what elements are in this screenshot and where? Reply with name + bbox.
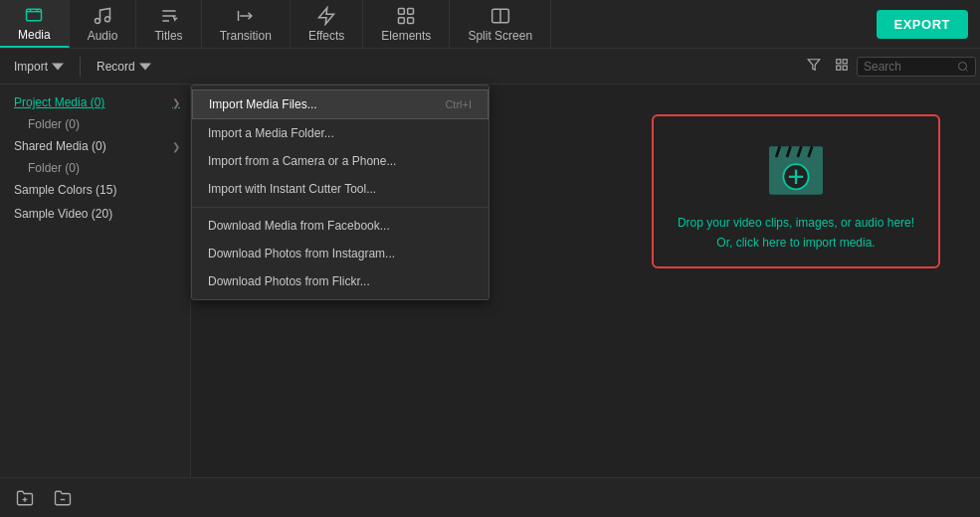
svg-rect-15 [837, 66, 841, 70]
dropdown-item-flickr[interactable]: Download Photos from Flickr... [192, 267, 489, 295]
svg-rect-7 [408, 17, 414, 23]
main-content: Project Media (0) ❯ Folder (0) Shared Me… [0, 85, 980, 477]
svg-rect-5 [408, 8, 414, 14]
svg-rect-16 [843, 66, 847, 70]
svg-marker-10 [52, 63, 64, 70]
import-area: Import Media Files... Ctrl+I Import a Me… [191, 85, 980, 477]
nav-titles[interactable]: Titles [136, 0, 201, 48]
export-button[interactable]: EXPORT [877, 10, 968, 39]
nav-effects[interactable]: Effects [291, 0, 363, 48]
svg-rect-13 [837, 60, 841, 64]
grid-view-button[interactable] [829, 54, 855, 79]
svg-marker-3 [319, 7, 334, 24]
svg-rect-4 [399, 8, 405, 14]
nav-transition[interactable]: Transition [202, 0, 291, 48]
sidebar-item-shared-media[interactable]: Shared Media (0) ❯ [0, 134, 190, 158]
dropdown-item-import-folder[interactable]: Import a Media Folder... [192, 119, 489, 147]
delete-folder-button[interactable] [48, 485, 78, 511]
nav-elements[interactable]: Elements [363, 0, 450, 48]
drop-zone-text: Drop your video clips, images, or audio … [678, 214, 914, 252]
chevron-right-icon: ❯ [172, 141, 180, 152]
svg-marker-11 [139, 63, 151, 70]
search-box [857, 57, 976, 77]
chevron-down-icon: ❯ [172, 97, 180, 108]
svg-point-2 [105, 16, 110, 21]
dropdown-item-facebook[interactable]: Download Media from Facebook... [192, 212, 489, 240]
nav-splitscreen[interactable]: Split Screen [450, 0, 551, 48]
search-input[interactable] [864, 60, 953, 74]
svg-rect-0 [27, 9, 42, 21]
add-folder-button[interactable] [10, 485, 40, 511]
nav-media[interactable]: Media [0, 0, 70, 48]
sidebar: Project Media (0) ❯ Folder (0) Shared Me… [0, 85, 191, 477]
svg-rect-14 [843, 60, 847, 64]
sidebar-item-folder-1[interactable]: Folder (0) [0, 158, 190, 178]
import-dropdown-menu: Import Media Files... Ctrl+I Import a Me… [191, 85, 490, 300]
svg-point-17 [959, 62, 967, 70]
svg-marker-12 [808, 60, 820, 71]
drop-zone[interactable]: Drop your video clips, images, or audio … [652, 114, 940, 268]
svg-rect-6 [399, 17, 405, 23]
toolbar-divider-1 [80, 57, 81, 77]
search-icon [957, 61, 969, 73]
import-button[interactable]: Import [4, 56, 74, 78]
sidebar-item-sample-video[interactable]: Sample Video (20) [0, 202, 190, 226]
record-button[interactable]: Record [87, 56, 161, 78]
svg-point-1 [96, 18, 100, 23]
clapperboard-icon [760, 130, 832, 202]
nav-audio[interactable]: Audio [70, 0, 137, 48]
top-nav: Media Audio Titles Transition Effects [0, 0, 980, 49]
dropdown-item-import-files[interactable]: Import Media Files... Ctrl+I [192, 89, 489, 119]
sidebar-item-folder-0[interactable]: Folder (0) [0, 114, 190, 134]
toolbar-row: Import Record [0, 49, 980, 85]
dropdown-separator [192, 207, 489, 208]
sidebar-item-project-media[interactable]: Project Media (0) ❯ [0, 90, 190, 114]
sidebar-item-sample-colors[interactable]: Sample Colors (15) [0, 178, 190, 202]
filter-icon-button[interactable] [801, 54, 827, 79]
dropdown-item-import-instant[interactable]: Import with Instant Cutter Tool... [192, 175, 489, 203]
dropdown-item-import-camera[interactable]: Import from a Camera or a Phone... [192, 147, 489, 175]
bottom-toolbar [0, 477, 980, 517]
dropdown-item-instagram[interactable]: Download Photos from Instagram... [192, 240, 489, 267]
